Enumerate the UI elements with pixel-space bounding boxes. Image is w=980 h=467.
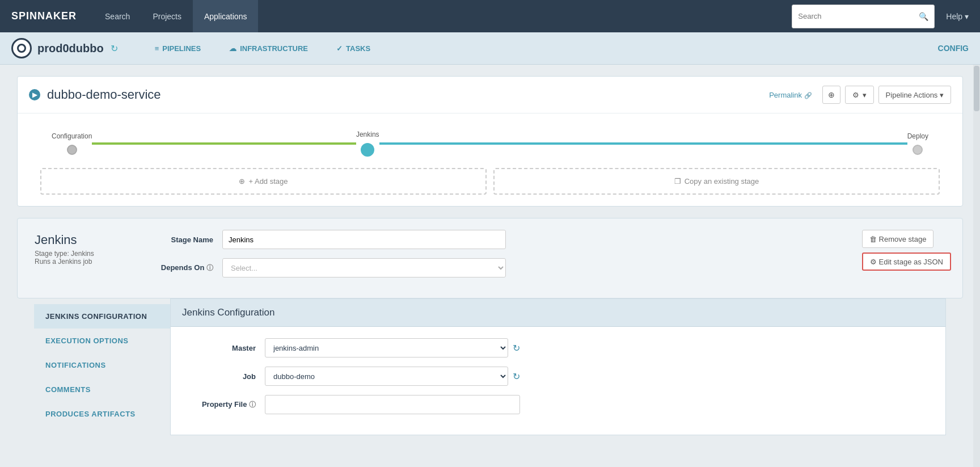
remove-stage-button[interactable]: 🗑 Remove stage <box>862 230 933 248</box>
sidebar-item-produces-artifacts[interactable]: PRODUCES ARTIFACTS <box>34 402 170 426</box>
stage-form: Stage Name Depends On ⓘ Select... <box>142 218 862 298</box>
app-nav-links: ≡ PIPELINES ☁ INFRASTRUCTURE ✓ TASKS <box>141 32 385 65</box>
pipeline-header: ▶ dubbo-demo-service Permalink 🔗 ⊕ ⚙ ▾ P… <box>18 77 962 113</box>
global-search-box[interactable]: 🔍 <box>792 5 935 28</box>
master-row: Master jenkins-admin ↻ <box>188 338 928 357</box>
config-sidebar: JENKINS CONFIGURATION EXECUTION OPTIONS … <box>34 298 170 435</box>
cloud-icon: ☁ <box>229 44 236 53</box>
form-actions-right: 🗑 Remove stage ⚙ Edit stage as JSON <box>862 218 962 298</box>
stage-name-input[interactable] <box>222 230 506 249</box>
brand-logo: SPINNAKER <box>11 10 77 22</box>
gear-icon: ⚙ <box>852 91 859 99</box>
stages-visual: Configuration Jenkins Deploy <box>18 113 962 162</box>
stage-deploy[interactable]: Deploy <box>907 132 928 155</box>
permalink-link[interactable]: Permalink 🔗 <box>769 91 812 99</box>
sidebar-item-execution-options[interactable]: EXECUTION OPTIONS <box>34 329 170 353</box>
config-main-header: Jenkins Configuration <box>171 299 945 327</box>
search-icon: 🔍 <box>919 12 928 21</box>
property-file-input[interactable] <box>265 395 520 414</box>
caret-icon: ▾ <box>863 91 867 99</box>
nav-applications[interactable]: Applications <box>193 0 259 32</box>
add-stage-button[interactable]: ⊕ + Add stage <box>40 168 487 195</box>
config-main: Jenkins Configuration Master jenkins-adm… <box>170 298 946 435</box>
copy-stage-button[interactable]: ❐ Copy an existing stage <box>493 168 940 195</box>
configuration-dot <box>67 145 77 155</box>
sidebar-item-comments[interactable]: COMMENTS <box>34 377 170 402</box>
master-select-wrap: jenkins-admin ↻ <box>265 338 520 357</box>
pipeline-card: ▶ dubbo-demo-service Permalink 🔗 ⊕ ⚙ ▾ P… <box>17 76 963 207</box>
pipeline-arrow-icon: ▶ <box>29 89 40 100</box>
add-stage-area: ⊕ + Add stage ❐ Copy an existing stage <box>18 168 962 206</box>
nav-projects[interactable]: Projects <box>141 0 193 32</box>
edit-json-button[interactable]: ⚙ Edit stage as JSON <box>862 253 951 271</box>
copy-icon: ❐ <box>674 177 681 186</box>
scrollbar-thumb[interactable] <box>974 66 979 111</box>
stage-detail-section: Jenkins Stage type: Jenkins Runs a Jenki… <box>17 218 963 298</box>
job-row: Job dubbo-demo ↻ <box>188 367 928 386</box>
depends-on-row: Depends On ⓘ Select... <box>157 258 848 277</box>
stage-jenkins[interactable]: Jenkins <box>356 131 379 157</box>
depends-on-select[interactable]: Select... <box>222 258 506 277</box>
stage-type-label: Stage type: Jenkins <box>35 250 125 258</box>
scrollbar[interactable] <box>973 65 980 467</box>
config-form: Master jenkins-admin ↻ Job dubbo-demo <box>171 327 945 435</box>
stage-configuration[interactable]: Configuration <box>52 132 92 155</box>
nav-search[interactable]: Search <box>94 0 141 32</box>
deploy-label: Deploy <box>907 132 928 140</box>
pipelines-icon: ≡ <box>155 44 159 53</box>
add-icon: ⊕ <box>239 177 245 186</box>
pipeline-actions-right: Permalink 🔗 ⊕ ⚙ ▾ Pipeline Actions ▾ <box>769 86 951 104</box>
search-input[interactable] <box>798 12 919 20</box>
pipeline-actions-button[interactable]: Pipeline Actions ▾ <box>878 86 951 104</box>
app-icon <box>11 38 32 58</box>
jenkins-label: Jenkins <box>356 131 379 138</box>
stage-name-row: Stage Name <box>157 230 848 249</box>
config-section: JENKINS CONFIGURATION EXECUTION OPTIONS … <box>34 298 946 435</box>
job-label: Job <box>188 372 256 381</box>
jenkins-dot <box>361 143 374 157</box>
master-label: Master <box>188 344 256 352</box>
sidebar-item-jenkins-config[interactable]: JENKINS CONFIGURATION <box>34 304 170 329</box>
config-link[interactable]: CONFIG <box>938 44 969 53</box>
stage-description: Runs a Jenkins job <box>35 258 125 266</box>
job-refresh-icon[interactable]: ↻ <box>513 371 520 382</box>
line-jenkins-deploy <box>379 142 907 145</box>
app-name: prod0dubbo <box>37 42 104 55</box>
add-stage-icon-button[interactable]: ⊕ <box>822 86 840 104</box>
plus-circle-icon: ⊕ <box>828 90 835 99</box>
main-content: ▶ dubbo-demo-service Permalink 🔗 ⊕ ⚙ ▾ P… <box>0 65 980 447</box>
sidebar-item-notifications[interactable]: NOTIFICATIONS <box>34 353 170 377</box>
tasks-icon: ✓ <box>336 44 343 53</box>
stage-title: Jenkins <box>35 233 125 247</box>
job-select-wrap: dubbo-demo ↻ <box>265 367 520 386</box>
configuration-label: Configuration <box>52 132 92 140</box>
property-file-help-icon: ⓘ <box>249 401 256 409</box>
link-icon: 🔗 <box>804 92 812 99</box>
stage-info-left: Jenkins Stage type: Jenkins Runs a Jenki… <box>18 218 142 298</box>
line-config-jenkins <box>92 142 356 145</box>
property-file-label: Property File ⓘ <box>188 400 256 410</box>
help-link[interactable]: Help ▾ <box>946 12 969 21</box>
job-select[interactable]: dubbo-demo <box>265 367 508 386</box>
deploy-dot <box>913 145 923 155</box>
property-file-row: Property File ⓘ <box>188 395 928 414</box>
nav-infrastructure[interactable]: ☁ INFRASTRUCTURE <box>215 32 322 65</box>
stage-name-label: Stage Name <box>157 235 213 244</box>
app-refresh-icon[interactable]: ↻ <box>111 43 118 54</box>
settings-dropdown-button[interactable]: ⚙ ▾ <box>845 86 874 104</box>
nav-pipelines[interactable]: ≡ PIPELINES <box>141 32 216 65</box>
app-nav: prod0dubbo ↻ ≡ PIPELINES ☁ INFRASTRUCTUR… <box>0 32 980 65</box>
top-nav: SPINNAKER Search Projects Applications 🔍… <box>0 0 980 32</box>
pipeline-title: dubbo-demo-service <box>47 87 769 102</box>
depends-on-help-icon: ⓘ <box>206 264 213 272</box>
nav-tasks[interactable]: ✓ TASKS <box>322 32 385 65</box>
master-refresh-icon[interactable]: ↻ <box>513 343 520 354</box>
master-select[interactable]: jenkins-admin <box>265 338 508 357</box>
depends-on-label: Depends On ⓘ <box>157 263 213 273</box>
